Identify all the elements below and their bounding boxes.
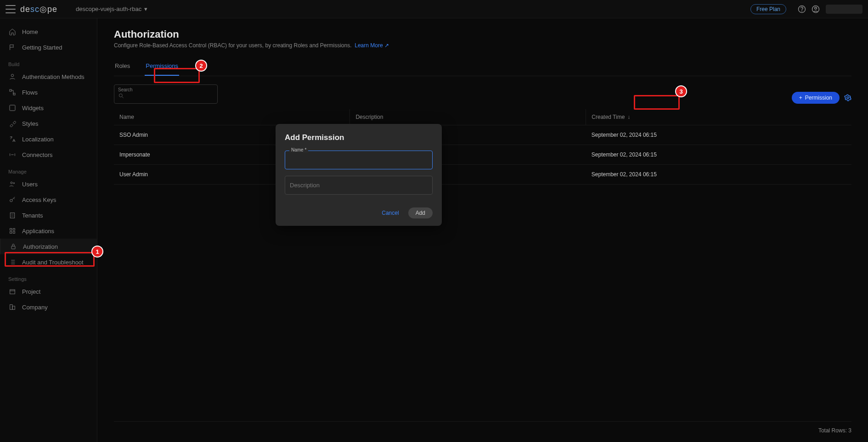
grid-icon [8,227,17,235]
col-description[interactable]: Description [350,109,586,125]
svg-rect-15 [13,231,15,233]
search-input[interactable]: Search [114,84,218,104]
chevron-down-icon: ▾ [144,6,147,12]
col-name[interactable]: Name [114,109,350,125]
sidebar-item-styles[interactable]: Styles [0,116,97,131]
sidebar-item-label: Users [22,181,38,188]
table-settings-icon[interactable] [844,94,851,101]
sidebar-item-label: Styles [22,120,38,127]
company-icon [8,303,17,311]
sidebar-item-label: Project [22,288,40,295]
sidebar-item-audit[interactable]: Audit and Troubleshoot [0,254,97,270]
building-icon [8,211,17,219]
add-permission-modal: Add Permission Name * Cancel Add [276,124,442,226]
svg-rect-14 [10,231,12,233]
sidebar-item-auth-methods[interactable]: Authentication Methods [0,69,97,84]
top-bar: desc◎pe descope-vuejs-auth-rbac ▾ Free P… [0,0,868,18]
footer-divider [114,421,851,422]
external-link-icon: ↗ [384,42,389,49]
sidebar-item-label: Applications [22,228,54,235]
list-icon [8,258,17,266]
svg-point-21 [847,97,849,99]
sidebar-item-users[interactable]: Users [0,176,97,192]
users-icon [8,180,17,188]
svg-rect-11 [10,213,14,218]
col-created[interactable]: Created Time ↓ [586,109,851,125]
tab-roles[interactable]: Roles [114,58,131,76]
table-row[interactable]: SSO Admin September 02, 2024 06:15 [114,125,851,145]
modal-title: Add Permission [285,133,433,142]
home-icon [8,28,17,36]
tab-permissions[interactable]: Permissions [145,58,179,76]
page-title: Authorization [114,28,851,40]
sidebar-item-widgets[interactable]: Widgets [0,100,97,116]
svg-point-1 [802,11,802,11]
widget-icon [8,104,17,112]
sidebar-item-applications[interactable]: Applications [0,223,97,239]
svg-point-8 [11,182,12,184]
plus-icon: + [799,95,802,101]
project-selector[interactable]: descope-vuejs-auth-rbac ▾ [76,6,147,12]
learn-more-link[interactable]: Learn More ↗ [355,42,389,49]
sidebar-section-manage: Manage [0,162,97,176]
help-icon[interactable] [797,5,806,14]
sidebar: Home Getting Started Build Authenticatio… [0,18,97,442]
sidebar-item-label: Localization [22,136,54,143]
box-icon [8,287,17,296]
menu-toggle-icon[interactable] [6,5,16,13]
description-input[interactable] [285,176,433,195]
svg-rect-7 [10,105,15,111]
lock-icon [9,242,17,251]
brand-logo: desc◎pe [20,4,57,14]
sidebar-item-label: Connectors [22,151,52,158]
svg-rect-19 [12,306,15,309]
sidebar-item-label: Widgets [22,105,44,112]
svg-rect-16 [11,246,15,249]
person-icon [8,73,17,81]
table-row[interactable]: Impersonate September 02, 2024 06:15 [114,145,851,165]
sidebar-item-flows[interactable]: Flows [0,84,97,100]
table-row[interactable]: User Admin September 02, 2024 06:15 [114,165,851,185]
page-subtitle: Configure Role-Based Access Control (RBA… [114,42,851,49]
account-icon[interactable] [811,5,820,14]
flag-icon [8,43,17,51]
cancel-button[interactable]: Cancel [382,210,399,216]
project-name: descope-vuejs-auth-rbac [76,6,141,12]
sidebar-item-tenants[interactable]: Tenants [0,207,97,223]
sidebar-item-label: Company [22,304,48,311]
key-icon [8,196,17,204]
add-permission-label: Permission [805,95,832,101]
sidebar-item-access-keys[interactable]: Access Keys [0,192,97,207]
name-field-wrapper: Name * [285,151,433,169]
sidebar-item-project[interactable]: Project [0,284,97,299]
sidebar-item-label: Tenants [22,212,43,219]
add-button[interactable]: Add [408,207,433,218]
sort-desc-icon: ↓ [627,114,630,120]
sidebar-item-label: Getting Started [22,44,62,51]
description-field-wrapper [285,176,433,195]
tabs: Roles Permissions [114,58,851,76]
sidebar-item-localization[interactable]: Localization [0,131,97,147]
cell-created: September 02, 2024 06:15 [586,125,851,145]
sidebar-item-label: Authorization [23,243,58,250]
cell-created: September 02, 2024 06:15 [586,145,851,165]
name-field-label: Name * [289,147,308,152]
svg-point-20 [119,94,122,97]
sidebar-item-home[interactable]: Home [0,24,97,39]
sidebar-item-label: Home [22,28,38,35]
permissions-table: Name Description Created Time ↓ SSO Admi… [114,109,851,185]
user-badge[interactable] [826,5,862,14]
sidebar-item-connectors[interactable]: Connectors [0,147,97,162]
sidebar-item-getting-started[interactable]: Getting Started [0,39,97,55]
sidebar-section-settings: Settings [0,270,97,284]
sidebar-item-company[interactable]: Company [0,299,97,315]
flow-icon [8,88,17,96]
svg-point-4 [11,74,13,77]
sidebar-item-authorization[interactable]: Authorization [0,239,97,254]
svg-rect-18 [10,305,12,310]
plan-chip[interactable]: Free Plan [750,4,786,14]
name-input[interactable] [285,151,433,169]
add-permission-button[interactable]: + Permission [792,92,840,104]
svg-rect-17 [10,290,15,294]
sidebar-item-label: Access Keys [22,196,56,203]
